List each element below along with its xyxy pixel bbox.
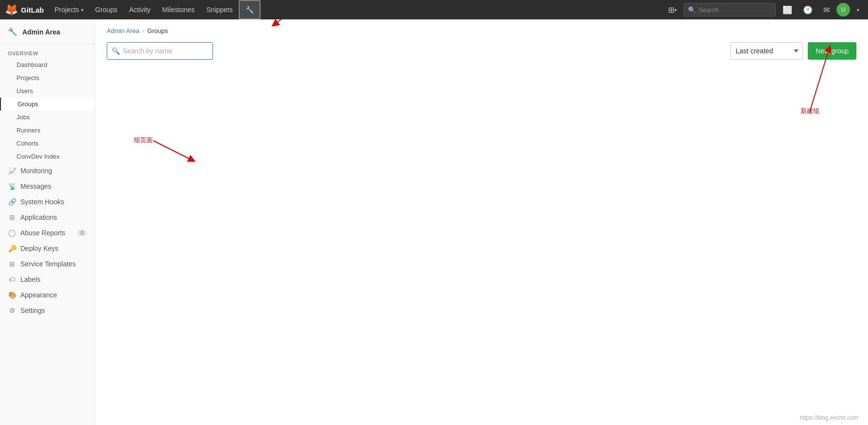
sidebar-item-jobs[interactable]: Jobs xyxy=(0,111,95,124)
sidebar-item-messages[interactable]: 📡 Messages xyxy=(0,179,95,194)
labels-icon: 🏷 xyxy=(8,276,16,283)
nav-snippets[interactable]: Snippets xyxy=(200,0,238,19)
monitoring-icon: 📈 xyxy=(8,167,16,175)
settings-icon: ⚙ xyxy=(8,307,16,314)
system-hooks-icon: 🔗 xyxy=(8,198,16,206)
abuse-reports-icon: ◯ xyxy=(8,229,16,237)
dock-icon-button[interactable]: ⬜ xyxy=(779,3,796,16)
sidebar-item-monitoring[interactable]: 📈 Monitoring xyxy=(0,163,95,179)
top-nav-links: Projects ▾ Groups Activity Milestones Sn… xyxy=(49,0,261,19)
service-templates-icon: ⊞ xyxy=(8,260,16,268)
abuse-reports-badge: 0 xyxy=(77,229,87,236)
chevron-down-icon: ▾ xyxy=(857,7,859,13)
top-nav-right: ⊞ ▾ 🔍 ⬜ 🕐 ✉ U ▾ xyxy=(664,3,863,16)
gitlab-logo-text: GitLab xyxy=(21,6,44,14)
sidebar-item-labels[interactable]: 🏷 Labels xyxy=(0,272,95,287)
gitlab-logo[interactable]: 🦊 GitLab xyxy=(5,3,44,16)
plus-icon: ⊞ xyxy=(668,5,674,15)
sidebar-item-groups[interactable]: Groups xyxy=(0,98,95,111)
sidebar-item-projects[interactable]: Projects xyxy=(0,71,95,84)
overview-section-label: Overview xyxy=(0,45,95,58)
sidebar-item-cohorts[interactable]: Cohorts xyxy=(0,137,95,150)
applications-icon: ⊞ xyxy=(8,213,16,221)
global-search-input[interactable] xyxy=(699,6,771,14)
annotation-groups-page: 组页面 xyxy=(134,136,153,145)
sidebar-item-runners[interactable]: Runners xyxy=(0,124,95,137)
nav-activity[interactable]: Activity xyxy=(123,0,156,19)
plus-dropdown-arrow: ▾ xyxy=(674,7,677,13)
main-content: Admin Area › Groups 🔍 Last created Name … xyxy=(95,19,868,425)
search-by-name-input[interactable] xyxy=(107,42,213,60)
admin-area-title: Admin Area xyxy=(22,28,60,36)
annotation-new-group: 新建组 xyxy=(801,107,819,115)
sidebar-item-convdev[interactable]: ConvDev Index xyxy=(0,150,95,163)
search-name-wrapper: 🔍 xyxy=(107,42,725,60)
nav-projects[interactable]: Projects ▾ xyxy=(49,0,90,19)
sidebar-item-applications[interactable]: ⊞ Applications xyxy=(0,210,95,225)
sort-select[interactable]: Last created Name ASC Name DESC Oldest c… xyxy=(730,42,803,60)
envelope-icon: ✉ xyxy=(823,5,830,15)
sidebar-item-dashboard[interactable]: Dashboard xyxy=(0,58,95,71)
projects-dropdown-arrow: ▾ xyxy=(81,7,83,13)
sidebar-item-settings[interactable]: ⚙ Settings xyxy=(0,303,95,318)
sidebar-item-abuse-reports[interactable]: ◯ Abuse Reports 0 xyxy=(0,225,95,241)
breadcrumb-current: Groups xyxy=(147,27,168,34)
nav-milestones[interactable]: Milestones xyxy=(156,0,200,19)
admin-wrench-icon: 🔧 xyxy=(8,27,17,36)
sidebar-item-service-templates[interactable]: ⊞ Service Templates xyxy=(0,256,95,272)
breadcrumb-parent-link[interactable]: Admin Area xyxy=(107,27,139,34)
gitlab-logo-icon: 🦊 xyxy=(5,3,18,16)
global-search-icon: 🔍 xyxy=(688,6,696,14)
sidebar: 🔧 Admin Area Overview Dashboard Projects… xyxy=(0,19,95,425)
sidebar-item-users[interactable]: Users xyxy=(0,84,95,98)
nav-admin[interactable]: 🔧 xyxy=(239,0,261,19)
plus-menu-button[interactable]: ⊞ ▾ xyxy=(664,3,681,16)
messages-icon: 📡 xyxy=(8,182,16,190)
nav-groups[interactable]: Groups xyxy=(89,0,123,19)
user-avatar[interactable]: U xyxy=(836,3,850,16)
svg-line-1 xyxy=(153,141,192,160)
sidebar-header: 🔧 Admin Area xyxy=(0,19,95,45)
appearance-icon: 🎨 xyxy=(8,291,16,299)
deploy-keys-icon: 🔑 xyxy=(8,245,16,252)
bottom-link: https://blog.eecho.com xyxy=(800,414,858,421)
sidebar-item-deploy-keys[interactable]: 🔑 Deploy Keys xyxy=(0,241,95,256)
global-search-box[interactable]: 🔍 xyxy=(684,3,776,16)
avatar-dropdown-button[interactable]: ▾ xyxy=(853,5,863,15)
breadcrumb-separator: › xyxy=(142,27,144,34)
sidebar-item-system-hooks[interactable]: 🔗 System Hooks xyxy=(0,194,95,210)
clock-icon-button[interactable]: 🕐 xyxy=(799,3,817,16)
annotation-arrows xyxy=(95,19,868,425)
dock-icon: ⬜ xyxy=(783,5,792,15)
wrench-icon: 🔧 xyxy=(246,6,254,14)
envelope-icon-button[interactable]: ✉ xyxy=(819,3,834,16)
clock-icon: 🕐 xyxy=(803,5,813,15)
breadcrumb: Admin Area › Groups xyxy=(107,27,856,34)
sidebar-item-appearance[interactable]: 🎨 Appearance xyxy=(0,287,95,303)
filter-row: 🔍 Last created Name ASC Name DESC Oldest… xyxy=(107,42,856,60)
new-group-button[interactable]: New group xyxy=(808,42,856,60)
top-navigation: 🦊 GitLab Projects ▾ Groups Activity Mile… xyxy=(0,0,868,19)
